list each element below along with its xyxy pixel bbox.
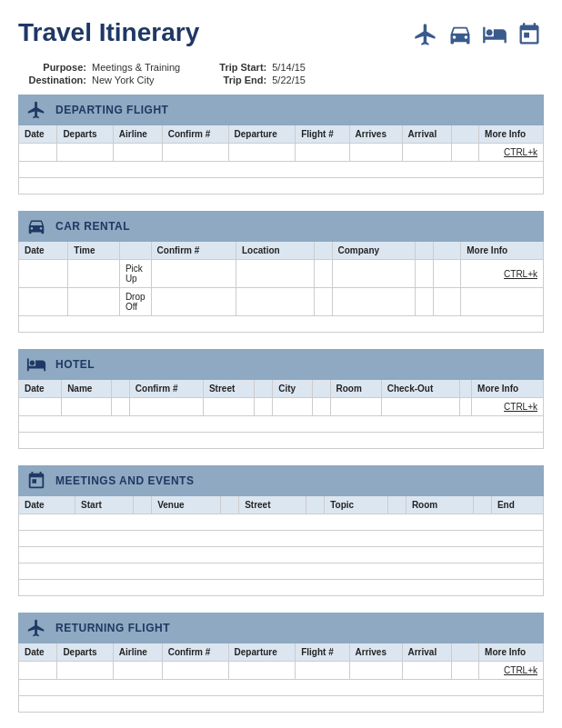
col-confirm: Confirm # [129, 380, 203, 398]
col-confirm: Confirm # [151, 242, 236, 260]
col-more-info: More Info [472, 380, 544, 398]
car-icon [446, 22, 475, 47]
returning-flight-header: RETURNING FLIGHT [18, 613, 544, 643]
departing-plane-icon [26, 100, 46, 120]
table-row: CTRL+k [19, 662, 544, 680]
car-rental-header-row: Date Time Confirm # Location Company Mor… [19, 242, 544, 260]
table-row [19, 178, 544, 194]
col-date: Date [19, 125, 57, 144]
returning-plane-icon [26, 618, 46, 638]
col-spacer [452, 643, 479, 662]
hotel-title: HOTEL [55, 358, 95, 371]
col-confirm: Confirm # [162, 125, 228, 144]
table-row [19, 580, 544, 596]
table-row [19, 696, 544, 713]
col-more-info: More Info [479, 125, 544, 144]
hotel-table: Date Name Confirm # Street City Room Che… [18, 380, 544, 449]
col-departure: Departure [228, 643, 296, 662]
col-spacer1 [119, 242, 151, 260]
plane-icon [411, 22, 440, 47]
departing-flight-header-row: Date Departs Airline Confirm # Departure… [19, 125, 544, 144]
table-row: Pick Up CTRL+k [19, 260, 544, 288]
table-row [19, 680, 544, 696]
col-confirm: Confirm # [162, 643, 228, 662]
departing-flight-title: DEPARTING FLIGHT [55, 104, 168, 116]
col-room: Room [330, 380, 381, 398]
dropoff-label: Drop Off [125, 292, 146, 312]
table-row: CTRL+k [19, 144, 544, 162]
col-start: Start [75, 496, 134, 514]
car-ctrl-link[interactable]: CTRL+k [461, 260, 544, 288]
hotel-section: HOTEL Date Name Confirm # Street City Ro… [18, 349, 544, 449]
meetings-header: MEETINGS AND EVENTS [18, 465, 544, 496]
col-spacer4 [434, 242, 461, 260]
col-departs: Departs [57, 643, 113, 662]
col-spacer3 [416, 242, 434, 260]
header-left: Travel Itinerary [18, 18, 199, 47]
table-row [19, 514, 544, 531]
page-title: Travel Itinerary [18, 18, 199, 47]
col-name: Name [62, 380, 112, 398]
col-company: Company [332, 242, 416, 260]
purpose-row: Purpose: Meetings & Training [18, 62, 180, 73]
pickup-label: Pick Up [125, 264, 143, 284]
col-airline: Airline [113, 125, 162, 144]
returning-flight-header-row: Date Departs Airline Confirm # Departure… [19, 643, 544, 662]
info-right: Trip Start: 5/14/15 Trip End: 5/22/15 [207, 62, 306, 85]
car-rental-title: CAR RENTAL [55, 220, 130, 233]
hotel-header: HOTEL [18, 349, 544, 380]
col-checkout: Check-Out [381, 380, 459, 398]
table-row: CTRL+k [19, 398, 544, 416]
trip-start-row: Trip Start: 5/14/15 [207, 62, 306, 73]
table-row [19, 416, 544, 433]
hotel-ctrl-link[interactable]: CTRL+k [472, 398, 544, 416]
col-spacer4 [460, 380, 472, 398]
meetings-table: Date Start Venue Street Topic Room End [18, 496, 544, 596]
col-end: End [491, 496, 543, 514]
trip-start-label: Trip Start: [207, 62, 266, 73]
destination-row: Destination: New York City [18, 75, 180, 85]
col-time: Time [68, 242, 120, 260]
destination-value: New York City [92, 75, 154, 85]
table-row [19, 547, 544, 563]
car-rental-header: CAR RENTAL [18, 211, 544, 242]
returning-ctrl-link[interactable]: CTRL+k [479, 662, 544, 680]
purpose-value: Meetings & Training [92, 62, 180, 73]
table-row: Drop Off [19, 288, 544, 316]
meetings-header-row: Date Start Venue Street Topic Room End [19, 496, 544, 514]
table-row [19, 433, 544, 449]
meetings-section-icon [26, 471, 46, 491]
col-date: Date [19, 496, 75, 514]
col-departs: Departs [57, 125, 113, 144]
col-date: Date [19, 242, 68, 260]
col-date: Date [19, 380, 62, 398]
car-rental-table: Date Time Confirm # Location Company Mor… [18, 242, 544, 333]
car-rental-section: CAR RENTAL Date Time Confirm # Location … [18, 211, 544, 333]
header-icons [411, 22, 544, 47]
col-spacer1 [111, 380, 129, 398]
info-left: Purpose: Meetings & Training Destination… [18, 62, 180, 85]
car-rental-icon [26, 216, 46, 236]
departing-ctrl-link[interactable]: CTRL+k [479, 144, 544, 162]
trip-info: Purpose: Meetings & Training Destination… [18, 62, 544, 85]
meetings-title: MEETINGS AND EVENTS [55, 474, 194, 487]
col-spacer4 [387, 496, 406, 514]
col-spacer [452, 125, 479, 144]
col-arrival: Arrival [402, 643, 452, 662]
col-flight: Flight # [296, 125, 349, 144]
meetings-section: MEETINGS AND EVENTS Date Start Venue Str… [18, 465, 544, 596]
meetings-icon [515, 22, 544, 47]
col-airline: Airline [113, 643, 162, 662]
page-header: Travel Itinerary [18, 18, 544, 47]
col-topic: Topic [325, 496, 388, 514]
col-spacer3 [312, 380, 330, 398]
hotel-icon [480, 22, 509, 47]
departing-flight-section: DEPARTING FLIGHT Date Departs Airline Co… [18, 95, 544, 194]
col-more-info: More Info [461, 242, 544, 260]
col-spacer2 [314, 242, 332, 260]
hotel-header-row: Date Name Confirm # Street City Room Che… [19, 380, 544, 398]
table-row [19, 563, 544, 580]
col-arrives: Arrives [349, 643, 402, 662]
col-venue: Venue [152, 496, 221, 514]
col-street: Street [239, 496, 306, 514]
